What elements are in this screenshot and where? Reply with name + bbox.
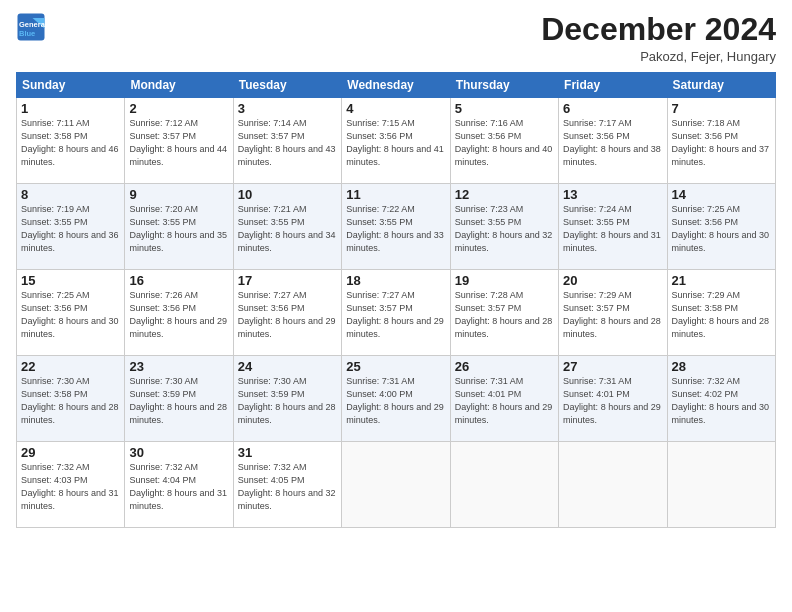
week-row-5: 29Sunrise: 7:32 AMSunset: 4:03 PMDayligh… (17, 442, 776, 528)
day-cell: 24Sunrise: 7:30 AMSunset: 3:59 PMDayligh… (233, 356, 341, 442)
day-cell: 30Sunrise: 7:32 AMSunset: 4:04 PMDayligh… (125, 442, 233, 528)
day-info: Sunrise: 7:29 AMSunset: 3:57 PMDaylight:… (563, 289, 662, 341)
col-header-monday: Monday (125, 73, 233, 98)
day-info: Sunrise: 7:21 AMSunset: 3:55 PMDaylight:… (238, 203, 337, 255)
logo: General Blue (16, 12, 46, 42)
week-row-2: 8Sunrise: 7:19 AMSunset: 3:55 PMDaylight… (17, 184, 776, 270)
day-info: Sunrise: 7:25 AMSunset: 3:56 PMDaylight:… (672, 203, 771, 255)
day-number: 31 (238, 445, 337, 460)
day-cell: 23Sunrise: 7:30 AMSunset: 3:59 PMDayligh… (125, 356, 233, 442)
day-cell: 29Sunrise: 7:32 AMSunset: 4:03 PMDayligh… (17, 442, 125, 528)
day-number: 7 (672, 101, 771, 116)
day-number: 20 (563, 273, 662, 288)
day-cell: 17Sunrise: 7:27 AMSunset: 3:56 PMDayligh… (233, 270, 341, 356)
day-cell: 28Sunrise: 7:32 AMSunset: 4:02 PMDayligh… (667, 356, 775, 442)
day-number: 10 (238, 187, 337, 202)
day-number: 4 (346, 101, 445, 116)
day-number: 15 (21, 273, 120, 288)
day-number: 11 (346, 187, 445, 202)
day-info: Sunrise: 7:31 AMSunset: 4:01 PMDaylight:… (455, 375, 554, 427)
day-cell: 1Sunrise: 7:11 AMSunset: 3:58 PMDaylight… (17, 98, 125, 184)
day-info: Sunrise: 7:31 AMSunset: 4:00 PMDaylight:… (346, 375, 445, 427)
day-number: 26 (455, 359, 554, 374)
day-cell: 26Sunrise: 7:31 AMSunset: 4:01 PMDayligh… (450, 356, 558, 442)
day-number: 25 (346, 359, 445, 374)
svg-text:Blue: Blue (19, 29, 35, 38)
day-info: Sunrise: 7:32 AMSunset: 4:03 PMDaylight:… (21, 461, 120, 513)
day-number: 27 (563, 359, 662, 374)
day-cell: 25Sunrise: 7:31 AMSunset: 4:00 PMDayligh… (342, 356, 450, 442)
day-number: 18 (346, 273, 445, 288)
day-cell: 15Sunrise: 7:25 AMSunset: 3:56 PMDayligh… (17, 270, 125, 356)
day-number: 28 (672, 359, 771, 374)
day-info: Sunrise: 7:29 AMSunset: 3:58 PMDaylight:… (672, 289, 771, 341)
day-info: Sunrise: 7:17 AMSunset: 3:56 PMDaylight:… (563, 117, 662, 169)
day-cell: 19Sunrise: 7:28 AMSunset: 3:57 PMDayligh… (450, 270, 558, 356)
day-cell: 31Sunrise: 7:32 AMSunset: 4:05 PMDayligh… (233, 442, 341, 528)
day-number: 29 (21, 445, 120, 460)
day-info: Sunrise: 7:27 AMSunset: 3:56 PMDaylight:… (238, 289, 337, 341)
day-cell: 11Sunrise: 7:22 AMSunset: 3:55 PMDayligh… (342, 184, 450, 270)
day-info: Sunrise: 7:23 AMSunset: 3:55 PMDaylight:… (455, 203, 554, 255)
day-cell: 12Sunrise: 7:23 AMSunset: 3:55 PMDayligh… (450, 184, 558, 270)
day-number: 16 (129, 273, 228, 288)
col-header-sunday: Sunday (17, 73, 125, 98)
day-number: 2 (129, 101, 228, 116)
day-info: Sunrise: 7:16 AMSunset: 3:56 PMDaylight:… (455, 117, 554, 169)
day-number: 17 (238, 273, 337, 288)
day-info: Sunrise: 7:19 AMSunset: 3:55 PMDaylight:… (21, 203, 120, 255)
day-cell: 18Sunrise: 7:27 AMSunset: 3:57 PMDayligh… (342, 270, 450, 356)
day-info: Sunrise: 7:15 AMSunset: 3:56 PMDaylight:… (346, 117, 445, 169)
day-number: 9 (129, 187, 228, 202)
day-cell (450, 442, 558, 528)
day-number: 24 (238, 359, 337, 374)
day-info: Sunrise: 7:32 AMSunset: 4:05 PMDaylight:… (238, 461, 337, 513)
day-info: Sunrise: 7:28 AMSunset: 3:57 PMDaylight:… (455, 289, 554, 341)
day-cell: 2Sunrise: 7:12 AMSunset: 3:57 PMDaylight… (125, 98, 233, 184)
svg-text:General: General (19, 20, 46, 29)
day-number: 1 (21, 101, 120, 116)
day-cell: 8Sunrise: 7:19 AMSunset: 3:55 PMDaylight… (17, 184, 125, 270)
day-cell: 6Sunrise: 7:17 AMSunset: 3:56 PMDaylight… (559, 98, 667, 184)
day-info: Sunrise: 7:30 AMSunset: 3:59 PMDaylight:… (129, 375, 228, 427)
day-info: Sunrise: 7:20 AMSunset: 3:55 PMDaylight:… (129, 203, 228, 255)
day-cell: 21Sunrise: 7:29 AMSunset: 3:58 PMDayligh… (667, 270, 775, 356)
day-info: Sunrise: 7:24 AMSunset: 3:55 PMDaylight:… (563, 203, 662, 255)
day-cell: 27Sunrise: 7:31 AMSunset: 4:01 PMDayligh… (559, 356, 667, 442)
day-cell: 14Sunrise: 7:25 AMSunset: 3:56 PMDayligh… (667, 184, 775, 270)
day-number: 23 (129, 359, 228, 374)
day-number: 5 (455, 101, 554, 116)
header: General Blue December 2024 Pakozd, Fejer… (16, 12, 776, 64)
day-number: 21 (672, 273, 771, 288)
day-number: 22 (21, 359, 120, 374)
day-cell: 9Sunrise: 7:20 AMSunset: 3:55 PMDaylight… (125, 184, 233, 270)
day-info: Sunrise: 7:11 AMSunset: 3:58 PMDaylight:… (21, 117, 120, 169)
day-cell: 4Sunrise: 7:15 AMSunset: 3:56 PMDaylight… (342, 98, 450, 184)
day-cell (342, 442, 450, 528)
day-number: 13 (563, 187, 662, 202)
day-cell: 7Sunrise: 7:18 AMSunset: 3:56 PMDaylight… (667, 98, 775, 184)
location: Pakozd, Fejer, Hungary (541, 49, 776, 64)
week-row-3: 15Sunrise: 7:25 AMSunset: 3:56 PMDayligh… (17, 270, 776, 356)
day-number: 19 (455, 273, 554, 288)
day-number: 14 (672, 187, 771, 202)
day-info: Sunrise: 7:30 AMSunset: 3:58 PMDaylight:… (21, 375, 120, 427)
day-number: 30 (129, 445, 228, 460)
logo-icon: General Blue (16, 12, 46, 42)
col-header-wednesday: Wednesday (342, 73, 450, 98)
day-info: Sunrise: 7:30 AMSunset: 3:59 PMDaylight:… (238, 375, 337, 427)
month-title: December 2024 (541, 12, 776, 47)
day-cell (667, 442, 775, 528)
calendar-table: SundayMondayTuesdayWednesdayThursdayFrid… (16, 72, 776, 528)
day-info: Sunrise: 7:31 AMSunset: 4:01 PMDaylight:… (563, 375, 662, 427)
day-info: Sunrise: 7:12 AMSunset: 3:57 PMDaylight:… (129, 117, 228, 169)
day-info: Sunrise: 7:22 AMSunset: 3:55 PMDaylight:… (346, 203, 445, 255)
day-cell: 13Sunrise: 7:24 AMSunset: 3:55 PMDayligh… (559, 184, 667, 270)
day-cell: 3Sunrise: 7:14 AMSunset: 3:57 PMDaylight… (233, 98, 341, 184)
day-cell: 22Sunrise: 7:30 AMSunset: 3:58 PMDayligh… (17, 356, 125, 442)
col-header-thursday: Thursday (450, 73, 558, 98)
day-info: Sunrise: 7:26 AMSunset: 3:56 PMDaylight:… (129, 289, 228, 341)
col-header-friday: Friday (559, 73, 667, 98)
day-number: 3 (238, 101, 337, 116)
day-cell: 10Sunrise: 7:21 AMSunset: 3:55 PMDayligh… (233, 184, 341, 270)
